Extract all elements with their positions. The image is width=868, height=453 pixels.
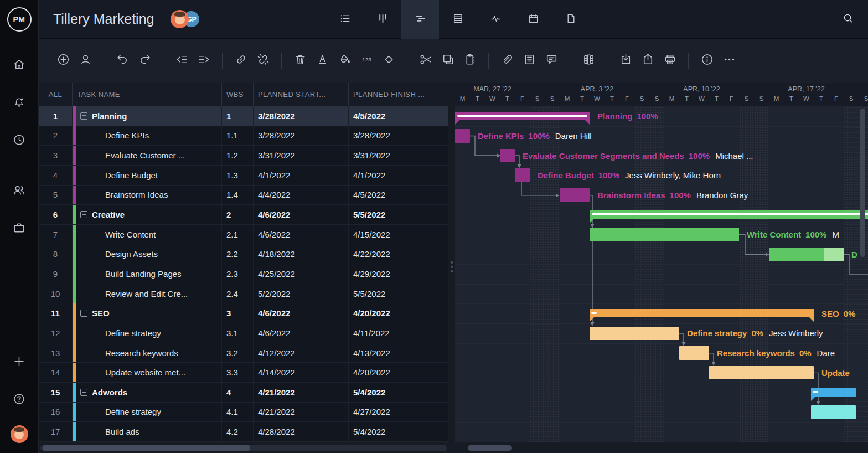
briefcase-button[interactable]	[8, 218, 30, 240]
app-logo[interactable]: PM	[7, 0, 32, 39]
pane-splitter[interactable]	[448, 83, 455, 453]
gantt-toolbar: 123	[39, 39, 868, 83]
bar-assignee: Daren Hill	[555, 131, 592, 141]
table-row[interactable]: 9Build Landing Pages2.34/25/20224/29/202…	[39, 264, 448, 284]
user-avatar[interactable]	[11, 425, 28, 443]
summary-bar[interactable]	[455, 112, 590, 120]
export-button[interactable]	[637, 50, 659, 72]
bell-button[interactable]	[8, 92, 30, 114]
collapse-toggle-icon[interactable]	[80, 310, 87, 317]
filter-all-header[interactable]: ALL	[39, 83, 73, 106]
task-bar[interactable]	[769, 248, 844, 261]
table-row[interactable]: 16Define strategy4.14/21/20224/27/2022	[39, 403, 448, 423]
table-row[interactable]: 5Brainstorm Ideas1.44/4/20224/5/2022	[39, 186, 448, 205]
table-row[interactable]: 13Research keywords3.24/12/20224/13/2022	[39, 343, 448, 363]
table-row[interactable]: 2Define KPIs1.13/28/20223/28/2022	[39, 126, 448, 146]
attach-button[interactable]	[496, 50, 518, 72]
add-button[interactable]	[52, 50, 74, 72]
paste-button[interactable]	[459, 50, 481, 72]
info-button[interactable]	[696, 50, 718, 72]
scrollbar-thumb[interactable]	[468, 445, 512, 451]
link-button[interactable]	[230, 50, 252, 72]
people-button[interactable]	[8, 180, 30, 202]
task-name-cell: Research keywords	[73, 343, 222, 363]
bar-assignee: Jess Wimberly, Mike Horn	[625, 171, 721, 180]
assign-button[interactable]	[74, 50, 96, 72]
home-button[interactable]	[8, 54, 30, 76]
notes-button[interactable]	[518, 50, 540, 72]
table-row[interactable]: 3Evaluate Customer ...1.23/31/20223/31/2…	[39, 146, 448, 166]
plus-button[interactable]	[8, 351, 30, 373]
clock-button[interactable]	[8, 130, 30, 152]
table-row[interactable]: 10Review and Edit Cre...2.45/2/20225/5/2…	[39, 284, 448, 304]
trash-button[interactable]	[289, 50, 311, 72]
text-color-button[interactable]	[311, 50, 333, 72]
project-members[interactable]: GP	[170, 10, 200, 28]
table-row[interactable]: 15Adwords44/21/20225/4/2022	[39, 383, 448, 403]
table-row[interactable]: 12Define strategy3.14/6/20224/11/2022	[39, 323, 448, 343]
table-row[interactable]: 4Define Budget1.34/1/20224/1/2022	[39, 166, 448, 186]
task-bar[interactable]	[590, 228, 739, 241]
import-button[interactable]	[614, 50, 637, 72]
week-label: APR, 3 '22	[559, 85, 636, 93]
more-button[interactable]	[718, 50, 740, 72]
task-name: Build ads	[105, 427, 140, 436]
export-icon	[641, 53, 655, 69]
gantt-vertical-scrollbar[interactable]	[860, 109, 865, 257]
task-color-strip	[73, 323, 76, 343]
task-bar[interactable]	[455, 129, 470, 143]
task-bar[interactable]	[811, 405, 856, 419]
tab-kanban-view[interactable]	[364, 0, 401, 39]
task-bar[interactable]	[500, 149, 515, 163]
collapse-toggle-icon[interactable]	[80, 211, 87, 218]
summary-bar[interactable]	[811, 388, 856, 397]
tab-calendar-view[interactable]	[514, 0, 552, 39]
collapse-toggle-icon[interactable]	[80, 112, 87, 120]
scrollbar-thumb[interactable]	[43, 445, 250, 451]
outdent-button[interactable]	[170, 50, 193, 72]
task-name-cell: Define Budget	[73, 166, 222, 185]
table-row[interactable]: 7Write Content2.14/6/20224/15/2022	[39, 225, 448, 245]
tab-doc-view[interactable]	[552, 0, 590, 39]
tab-list-view[interactable]	[326, 0, 364, 39]
task-bar[interactable]	[679, 346, 709, 360]
task-bar[interactable]	[590, 327, 679, 341]
comment-button[interactable]	[540, 50, 562, 72]
unlink-button[interactable]	[252, 50, 274, 72]
task-name: Build Landing Pages	[105, 269, 182, 279]
summary-bar[interactable]	[590, 309, 814, 317]
redo-button[interactable]	[133, 50, 156, 72]
undo-button[interactable]	[111, 50, 133, 72]
day-label: W	[485, 95, 500, 102]
table-row[interactable]: 17Build ads4.24/28/20225/4/2022	[39, 422, 448, 442]
summary-bar[interactable]	[590, 210, 868, 219]
row-number: 9	[39, 264, 73, 284]
collapse-toggle-icon[interactable]	[80, 389, 87, 396]
table-row[interactable]: 11SEO34/6/20224/20/2022	[39, 303, 448, 323]
search-button[interactable]	[838, 9, 858, 29]
task-bar[interactable]	[515, 168, 530, 182]
table-row[interactable]: 1Planning13/28/20224/5/2022	[39, 106, 448, 126]
help-button[interactable]	[8, 389, 30, 411]
wbs-cell: 4	[222, 383, 254, 402]
copy-button[interactable]	[437, 50, 459, 72]
task-name: Adwords	[92, 388, 127, 397]
number-button[interactable]: 123	[355, 50, 378, 72]
fill-button[interactable]	[333, 50, 355, 72]
start-cell: 5/2/2022	[254, 284, 349, 303]
tab-gantt-view[interactable]	[401, 0, 439, 39]
task-bar[interactable]	[709, 366, 814, 380]
table-row[interactable]: 14Update website met...3.34/14/20224/20/…	[39, 363, 448, 383]
task-bar[interactable]	[560, 188, 590, 202]
columns-button[interactable]	[577, 50, 600, 72]
print-button[interactable]	[659, 50, 681, 72]
table-row[interactable]: 8Design Assets2.24/18/20224/22/2022	[39, 244, 448, 264]
cut-button[interactable]	[415, 50, 437, 72]
table-row[interactable]: 6Creative24/6/20225/5/2022	[39, 205, 448, 225]
milestone-button[interactable]	[378, 50, 400, 72]
indent-button[interactable]	[193, 50, 215, 72]
tab-activity-view[interactable]	[477, 0, 514, 39]
milestone-icon	[382, 53, 396, 69]
tab-sheet-view[interactable]	[439, 0, 477, 39]
bar-label: Evaluate Customer Segments and Needs100%…	[523, 146, 753, 166]
